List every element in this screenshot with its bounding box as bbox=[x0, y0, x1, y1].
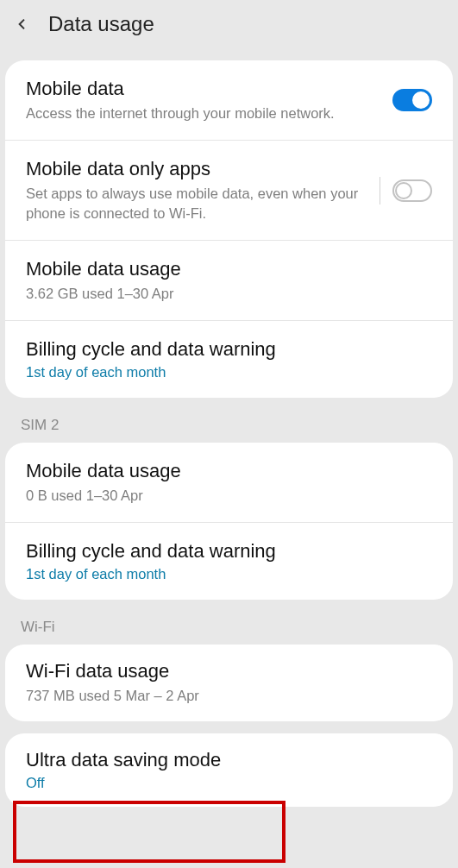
billing-cycle-sim1-subtitle: 1st day of each month bbox=[26, 364, 432, 381]
mobile-data-title: Mobile data bbox=[26, 78, 380, 100]
card-wifi: Wi-Fi data usage 737 MB used 5 Mar – 2 A… bbox=[5, 645, 453, 720]
page-title: Data usage bbox=[48, 12, 154, 36]
row-mobile-data-only-apps[interactable]: Mobile data only apps Set apps to always… bbox=[5, 140, 453, 240]
wifi-data-usage-subtitle: 737 MB used 5 Mar – 2 Apr bbox=[26, 686, 432, 705]
mobile-data-usage-subtitle: 3.62 GB used 1–30 Apr bbox=[26, 284, 432, 303]
mobile-data-usage-title: Mobile data usage bbox=[26, 258, 432, 280]
mobile-data-toggle[interactable] bbox=[392, 89, 432, 111]
highlight-box bbox=[13, 801, 285, 863]
sim2-billing-cycle-subtitle: 1st day of each month bbox=[26, 566, 432, 582]
mobile-data-subtitle: Access the internet through your mobile … bbox=[26, 104, 380, 123]
row-sim2-mobile-data-usage[interactable]: Mobile data usage 0 B used 1–30 Apr bbox=[5, 443, 453, 522]
sim2-mobile-data-usage-subtitle: 0 B used 1–30 Apr bbox=[26, 486, 432, 505]
sim2-billing-cycle-title: Billing cycle and data warning bbox=[26, 540, 432, 563]
sim2-mobile-data-usage-title: Mobile data usage bbox=[26, 460, 432, 482]
wifi-data-usage-title: Wi-Fi data usage bbox=[26, 660, 432, 682]
ultra-data-saving-subtitle: Off bbox=[26, 775, 432, 791]
row-wifi-data-usage[interactable]: Wi-Fi data usage 737 MB used 5 Mar – 2 A… bbox=[5, 645, 453, 720]
section-header-sim2: SIM 2 bbox=[0, 398, 458, 443]
mobile-data-only-apps-subtitle: Set apps to always use mobile data, even… bbox=[26, 184, 367, 223]
back-icon[interactable] bbox=[16, 17, 29, 31]
card-sim2: Mobile data usage 0 B used 1–30 Apr Bill… bbox=[5, 443, 453, 600]
row-sim2-billing-cycle[interactable]: Billing cycle and data warning 1st day o… bbox=[5, 522, 453, 600]
row-ultra-data-saving[interactable]: Ultra data saving mode Off bbox=[5, 733, 453, 807]
billing-cycle-sim1-title: Billing cycle and data warning bbox=[26, 338, 432, 361]
mobile-data-only-apps-title: Mobile data only apps bbox=[26, 158, 367, 180]
mobile-data-only-apps-toggle[interactable] bbox=[380, 177, 432, 204]
section-header-wifi: Wi-Fi bbox=[0, 600, 458, 645]
ultra-data-saving-title: Ultra data saving mode bbox=[26, 749, 432, 771]
header-bar: Data usage bbox=[0, 0, 458, 48]
card-main: Mobile data Access the internet through … bbox=[5, 60, 453, 398]
row-mobile-data[interactable]: Mobile data Access the internet through … bbox=[5, 60, 453, 140]
row-mobile-data-usage[interactable]: Mobile data usage 3.62 GB used 1–30 Apr bbox=[5, 240, 453, 320]
card-ultra: Ultra data saving mode Off bbox=[5, 733, 453, 807]
row-billing-cycle-sim1[interactable]: Billing cycle and data warning 1st day o… bbox=[5, 320, 453, 398]
